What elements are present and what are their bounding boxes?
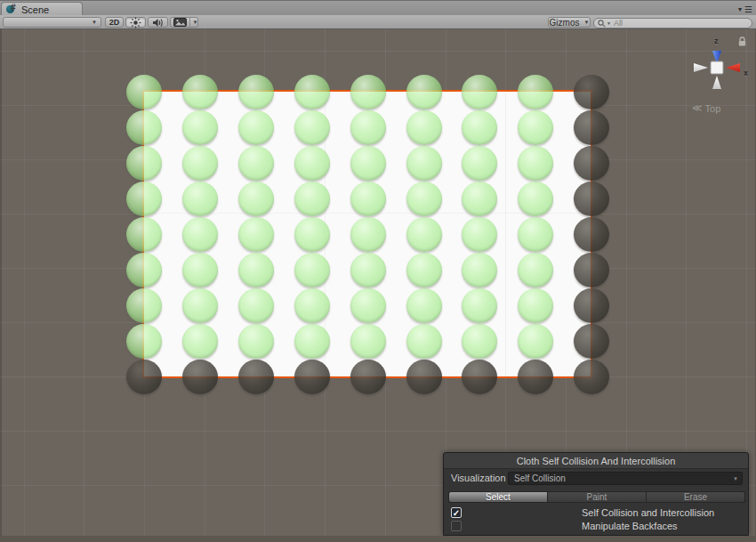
cloth-particle[interactable] <box>182 253 218 287</box>
cloth-particle[interactable] <box>182 217 218 252</box>
self-collision-checkbox[interactable]: ✓ <box>451 507 462 518</box>
cloth-particle[interactable] <box>238 217 274 252</box>
cloth-particle[interactable] <box>182 110 218 145</box>
cloth-particle[interactable] <box>574 110 609 145</box>
cloth-particle[interactable] <box>182 360 218 394</box>
cloth-particle[interactable] <box>350 253 386 287</box>
cloth-particle[interactable] <box>406 253 442 287</box>
cloth-particle[interactable] <box>350 324 386 359</box>
cloth-particle[interactable] <box>406 324 442 359</box>
cloth-particle[interactable] <box>350 75 386 109</box>
cloth-particle[interactable] <box>518 110 553 145</box>
lock-icon[interactable] <box>737 36 747 47</box>
cloth-particle[interactable] <box>126 360 162 394</box>
cloth-particle[interactable] <box>238 360 274 394</box>
audio-toggle-button[interactable] <box>148 17 168 28</box>
cloth-particle[interactable] <box>406 75 442 109</box>
cloth-particle[interactable] <box>294 288 330 323</box>
cloth-particle[interactable] <box>518 217 553 252</box>
cloth-particle[interactable] <box>462 217 497 252</box>
cloth-particle[interactable] <box>406 288 442 323</box>
toggle-2d-button[interactable]: 2D <box>105 17 124 28</box>
cloth-particle[interactable] <box>238 324 274 359</box>
effects-dropdown-arrow[interactable]: ▼ <box>189 18 197 27</box>
visualization-dropdown[interactable]: Self Collision ▼ <box>508 472 743 485</box>
cloth-particle[interactable] <box>574 217 609 252</box>
cloth-particle[interactable] <box>294 217 330 252</box>
effects-button[interactable]: ▼ <box>170 17 198 28</box>
cloth-particle[interactable] <box>126 146 162 181</box>
cloth-particle[interactable] <box>518 360 553 394</box>
cloth-particle[interactable] <box>182 288 218 323</box>
cloth-particle[interactable] <box>238 110 274 145</box>
cloth-particle[interactable] <box>126 253 162 287</box>
cloth-particle[interactable] <box>182 146 218 181</box>
cloth-particle[interactable] <box>574 253 609 287</box>
cloth-particle[interactable] <box>350 110 386 145</box>
gizmos-dropdown-button[interactable]: Gizmos ▼ <box>548 17 591 28</box>
cloth-particle[interactable] <box>350 360 386 394</box>
manipulate-backfaces-checkbox[interactable]: ✓ <box>451 521 462 531</box>
search-input[interactable]: ▼ All <box>593 18 752 28</box>
cloth-particle[interactable] <box>126 324 162 359</box>
axis-neg-x-cone[interactable] <box>694 63 708 72</box>
cloth-particle[interactable] <box>294 360 330 394</box>
cloth-particle[interactable] <box>406 360 442 394</box>
cloth-particle[interactable] <box>462 360 497 394</box>
cloth-particle[interactable] <box>350 146 386 181</box>
axis-neg-z-cone[interactable] <box>712 76 721 89</box>
cloth-particle[interactable] <box>574 324 609 359</box>
axis-cube[interactable] <box>711 61 723 74</box>
cloth-particle[interactable] <box>350 182 386 216</box>
scene-viewport[interactable]: z x ≪ Top Cloth Self Collision And Inter… <box>0 29 756 542</box>
cloth-particle[interactable] <box>126 182 162 216</box>
tab-erase[interactable]: Erase <box>647 492 744 502</box>
cloth-particle[interactable] <box>350 288 386 323</box>
lighting-toggle-button[interactable] <box>125 17 146 28</box>
orientation-gizmo[interactable]: z x ≪ Top <box>685 36 754 115</box>
cloth-particle[interactable] <box>294 75 330 109</box>
cloth-particle[interactable] <box>406 146 442 181</box>
tab-select[interactable]: Select <box>449 492 547 502</box>
cloth-particle[interactable] <box>126 217 162 252</box>
cloth-particle[interactable] <box>126 288 162 323</box>
cloth-particle[interactable] <box>574 182 609 216</box>
axis-x-cone[interactable] <box>726 63 740 72</box>
cloth-particle[interactable] <box>182 182 218 216</box>
cloth-particle[interactable] <box>574 288 609 323</box>
cloth-particle[interactable] <box>574 146 609 181</box>
cloth-particle[interactable] <box>238 182 274 216</box>
cloth-particle[interactable] <box>294 324 330 359</box>
cloth-particle[interactable] <box>462 146 497 181</box>
cloth-particle[interactable] <box>462 75 497 109</box>
cloth-particle[interactable] <box>518 75 553 109</box>
cloth-particle[interactable] <box>574 360 609 394</box>
axis-arrows[interactable] <box>688 49 746 97</box>
shading-mode-dropdown[interactable]: ▼ <box>3 17 101 28</box>
cloth-particle[interactable] <box>406 110 442 145</box>
search-filter-arrow-icon[interactable]: ▼ <box>607 20 611 26</box>
cloth-particle[interactable] <box>462 110 497 145</box>
cloth-particle[interactable] <box>518 146 553 181</box>
cloth-particle[interactable] <box>126 75 162 109</box>
cloth-particle[interactable] <box>238 253 274 287</box>
cloth-particle[interactable] <box>294 146 330 181</box>
cloth-particle[interactable] <box>294 253 330 287</box>
tab-paint[interactable]: Paint <box>548 492 646 502</box>
cloth-particle[interactable] <box>238 288 274 323</box>
cloth-particle[interactable] <box>238 146 274 181</box>
cloth-particle[interactable] <box>574 75 609 109</box>
cloth-particle[interactable] <box>294 182 330 216</box>
cloth-particle[interactable] <box>238 75 274 109</box>
cloth-particle[interactable] <box>294 110 330 145</box>
cloth-particle[interactable] <box>406 217 442 252</box>
cloth-particle[interactable] <box>462 182 497 216</box>
tab-scene[interactable]: # Scene <box>1 2 83 16</box>
cloth-particle[interactable] <box>518 182 553 216</box>
cloth-particle[interactable] <box>182 75 218 109</box>
cloth-particle[interactable] <box>350 217 386 252</box>
view-mode-button[interactable]: ≪ Top <box>692 102 720 114</box>
cloth-particle[interactable] <box>182 324 218 359</box>
cloth-particle[interactable] <box>406 182 442 216</box>
panel-menu-button[interactable]: ▾ ☰ <box>738 5 753 13</box>
